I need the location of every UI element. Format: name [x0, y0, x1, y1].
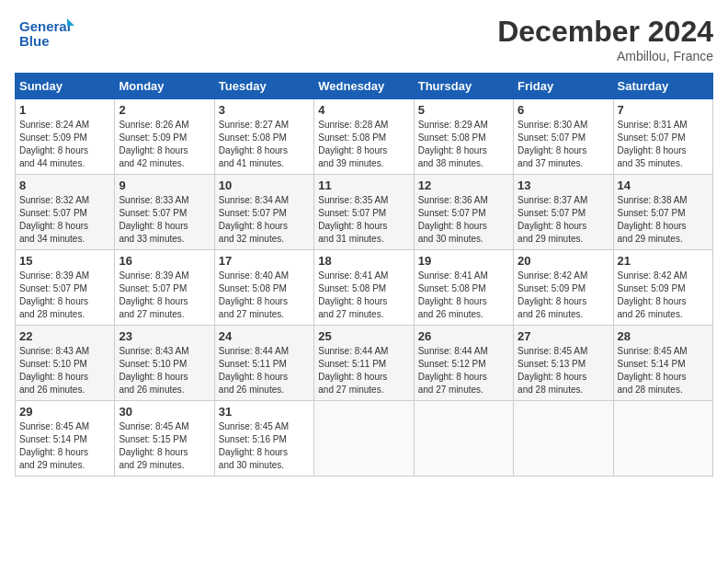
table-row: 22Sunrise: 8:43 AMSunset: 5:10 PMDayligh… — [16, 326, 115, 401]
day-number: 30 — [119, 405, 210, 419]
day-number: 20 — [518, 254, 609, 268]
day-info: Sunrise: 8:41 AMSunset: 5:08 PMDaylight:… — [418, 270, 488, 319]
table-row: 11Sunrise: 8:35 AMSunset: 5:07 PMDayligh… — [314, 175, 414, 250]
day-number: 22 — [19, 329, 110, 343]
calendar-table: Sunday Monday Tuesday Wednesday Thursday… — [15, 73, 713, 477]
col-monday: Monday — [115, 74, 214, 99]
day-info: Sunrise: 8:44 AMSunset: 5:12 PMDaylight:… — [418, 346, 488, 395]
day-number: 4 — [318, 103, 409, 117]
day-number: 17 — [219, 254, 310, 268]
calendar-week-2: 8Sunrise: 8:32 AMSunset: 5:07 PMDaylight… — [16, 175, 713, 250]
location: Ambillou, France — [497, 49, 713, 63]
day-info: Sunrise: 8:34 AMSunset: 5:07 PMDaylight:… — [219, 195, 289, 244]
day-info: Sunrise: 8:28 AMSunset: 5:08 PMDaylight:… — [318, 120, 388, 168]
table-row: 28Sunrise: 8:45 AMSunset: 5:14 PMDayligh… — [613, 326, 712, 401]
table-row: 6Sunrise: 8:30 AMSunset: 5:07 PMDaylight… — [514, 99, 613, 175]
day-number: 25 — [318, 329, 409, 343]
table-row: 8Sunrise: 8:32 AMSunset: 5:07 PMDaylight… — [16, 175, 115, 250]
logo: General Blue — [15, 15, 83, 52]
day-number: 10 — [219, 178, 310, 192]
table-row: 2Sunrise: 8:26 AMSunset: 5:09 PMDaylight… — [115, 99, 214, 175]
day-info: Sunrise: 8:45 AMSunset: 5:13 PMDaylight:… — [518, 346, 587, 395]
day-info: Sunrise: 8:37 AMSunset: 5:07 PMDaylight:… — [518, 195, 587, 244]
day-number: 6 — [518, 103, 609, 117]
day-number: 1 — [19, 103, 110, 117]
table-row: 12Sunrise: 8:36 AMSunset: 5:07 PMDayligh… — [414, 175, 513, 250]
day-number: 8 — [19, 178, 110, 192]
day-info: Sunrise: 8:31 AMSunset: 5:07 PMDaylight:… — [618, 120, 688, 168]
day-info: Sunrise: 8:43 AMSunset: 5:10 PMDaylight:… — [119, 346, 188, 395]
calendar-week-5: 29Sunrise: 8:45 AMSunset: 5:14 PMDayligh… — [16, 401, 713, 477]
day-info: Sunrise: 8:29 AMSunset: 5:08 PMDaylight:… — [418, 120, 488, 168]
day-number: 5 — [418, 103, 509, 117]
table-row: 23Sunrise: 8:43 AMSunset: 5:10 PMDayligh… — [115, 326, 214, 401]
day-info: Sunrise: 8:45 AMSunset: 5:15 PMDaylight:… — [119, 421, 188, 470]
day-number: 15 — [19, 254, 110, 268]
table-row: 29Sunrise: 8:45 AMSunset: 5:14 PMDayligh… — [16, 401, 115, 477]
day-info: Sunrise: 8:38 AMSunset: 5:07 PMDaylight:… — [618, 195, 688, 244]
day-number: 11 — [318, 178, 409, 192]
day-info: Sunrise: 8:41 AMSunset: 5:08 PMDaylight:… — [318, 270, 388, 319]
day-number: 14 — [618, 178, 709, 192]
col-saturday: Saturday — [613, 74, 712, 99]
table-row: 13Sunrise: 8:37 AMSunset: 5:07 PMDayligh… — [514, 175, 613, 250]
table-row: 31Sunrise: 8:45 AMSunset: 5:16 PMDayligh… — [214, 401, 313, 477]
title-block: December 2024 Ambillou, France — [497, 15, 713, 63]
day-info: Sunrise: 8:44 AMSunset: 5:11 PMDaylight:… — [219, 346, 289, 395]
table-row: 10Sunrise: 8:34 AMSunset: 5:07 PMDayligh… — [214, 175, 313, 250]
day-number: 12 — [418, 178, 509, 192]
day-number: 13 — [518, 178, 609, 192]
table-row: 1Sunrise: 8:24 AMSunset: 5:09 PMDaylight… — [16, 99, 115, 175]
header: General Blue December 2024 Ambillou, Fra… — [15, 15, 713, 63]
table-row: 20Sunrise: 8:42 AMSunset: 5:09 PMDayligh… — [514, 250, 613, 326]
day-number: 21 — [618, 254, 709, 268]
day-info: Sunrise: 8:30 AMSunset: 5:07 PMDaylight:… — [518, 120, 587, 168]
day-info: Sunrise: 8:27 AMSunset: 5:08 PMDaylight:… — [219, 120, 289, 168]
day-number: 28 — [618, 329, 709, 343]
day-info: Sunrise: 8:36 AMSunset: 5:07 PMDaylight:… — [418, 195, 488, 244]
day-info: Sunrise: 8:40 AMSunset: 5:08 PMDaylight:… — [219, 270, 289, 319]
day-info: Sunrise: 8:24 AMSunset: 5:09 PMDaylight:… — [19, 120, 89, 168]
calendar-week-4: 22Sunrise: 8:43 AMSunset: 5:10 PMDayligh… — [16, 326, 713, 401]
day-number: 9 — [119, 178, 210, 192]
day-info: Sunrise: 8:43 AMSunset: 5:10 PMDaylight:… — [19, 346, 89, 395]
day-number: 24 — [219, 329, 310, 343]
day-info: Sunrise: 8:42 AMSunset: 5:09 PMDaylight:… — [518, 270, 587, 319]
col-sunday: Sunday — [16, 74, 115, 99]
table-row: 25Sunrise: 8:44 AMSunset: 5:11 PMDayligh… — [314, 326, 414, 401]
table-row: 5Sunrise: 8:29 AMSunset: 5:08 PMDaylight… — [414, 99, 513, 175]
day-info: Sunrise: 8:44 AMSunset: 5:11 PMDaylight:… — [318, 346, 388, 395]
table-row: 14Sunrise: 8:38 AMSunset: 5:07 PMDayligh… — [613, 175, 712, 250]
day-number: 18 — [318, 254, 409, 268]
col-thursday: Thursday — [414, 74, 513, 99]
svg-marker-2 — [67, 18, 74, 26]
table-row: 18Sunrise: 8:41 AMSunset: 5:08 PMDayligh… — [314, 250, 414, 326]
calendar-week-1: 1Sunrise: 8:24 AMSunset: 5:09 PMDaylight… — [16, 99, 713, 175]
day-info: Sunrise: 8:45 AMSunset: 5:16 PMDaylight:… — [219, 421, 289, 470]
col-friday: Friday — [514, 74, 613, 99]
day-info: Sunrise: 8:42 AMSunset: 5:09 PMDaylight:… — [618, 270, 688, 319]
table-row: 15Sunrise: 8:39 AMSunset: 5:07 PMDayligh… — [16, 250, 115, 326]
table-row — [414, 401, 513, 477]
svg-text:General: General — [19, 18, 71, 34]
day-number: 7 — [618, 103, 709, 117]
page: General Blue December 2024 Ambillou, Fra… — [0, 0, 728, 491]
table-row — [314, 401, 414, 477]
day-info: Sunrise: 8:39 AMSunset: 5:07 PMDaylight:… — [119, 270, 188, 319]
table-row: 9Sunrise: 8:33 AMSunset: 5:07 PMDaylight… — [115, 175, 214, 250]
table-row: 30Sunrise: 8:45 AMSunset: 5:15 PMDayligh… — [115, 401, 214, 477]
day-number: 26 — [418, 329, 509, 343]
table-row: 24Sunrise: 8:44 AMSunset: 5:11 PMDayligh… — [214, 326, 313, 401]
day-number: 31 — [219, 405, 310, 419]
table-row: 26Sunrise: 8:44 AMSunset: 5:12 PMDayligh… — [414, 326, 513, 401]
table-row: 3Sunrise: 8:27 AMSunset: 5:08 PMDaylight… — [214, 99, 313, 175]
col-wednesday: Wednesday — [314, 74, 414, 99]
table-row — [514, 401, 613, 477]
day-number: 29 — [19, 405, 110, 419]
logo-icon: General Blue — [15, 15, 79, 52]
table-row: 19Sunrise: 8:41 AMSunset: 5:08 PMDayligh… — [414, 250, 513, 326]
day-info: Sunrise: 8:35 AMSunset: 5:07 PMDaylight:… — [318, 195, 388, 244]
table-row — [613, 401, 712, 477]
day-number: 16 — [119, 254, 210, 268]
day-number: 2 — [119, 103, 210, 117]
